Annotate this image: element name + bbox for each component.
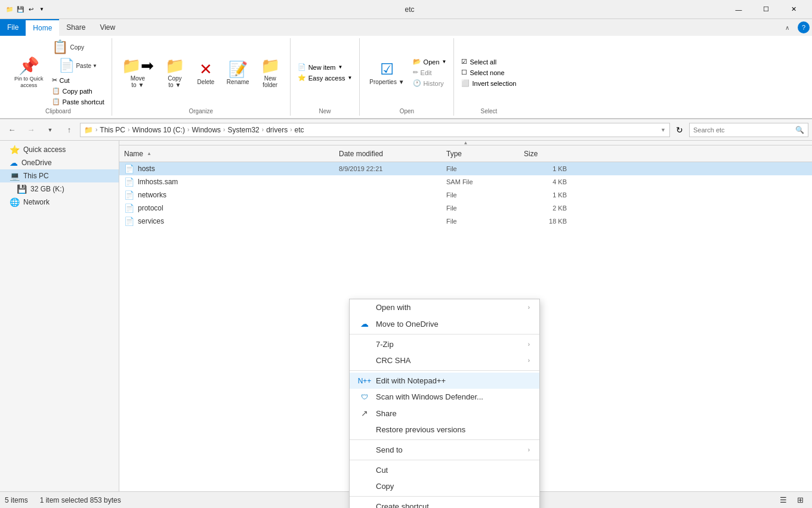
history-button[interactable]: 🕐 History xyxy=(410,78,449,88)
minimize-button[interactable]: — xyxy=(725,0,752,19)
tab-home[interactable]: Home xyxy=(26,19,59,36)
easy-access-button[interactable]: ⭐ Easy access ▼ xyxy=(295,73,355,83)
easy-access-arrow: ▼ xyxy=(347,75,352,80)
breadcrumb-dropdown-icon[interactable]: ▼ xyxy=(660,127,666,133)
select-items: ☑ Select all ☐ Select none ⬜ Invert sele… xyxy=(459,38,518,107)
breadcrumb-system32[interactable]: System32 xyxy=(227,126,259,134)
cm-open-with[interactable]: Open with › xyxy=(350,299,539,315)
breadcrumb-windows[interactable]: Windows xyxy=(192,126,221,134)
cm-sep-5 xyxy=(350,496,539,497)
undo-icon: ↩ xyxy=(26,5,36,14)
select-none-button[interactable]: ☐ Select none xyxy=(459,67,518,78)
clipboard-group: 📌 Pin to Quickaccess 📋 Copy 📄 Paste ▼ xyxy=(5,38,112,116)
details-view-button[interactable]: ☰ xyxy=(776,493,791,507)
tab-file[interactable]: File xyxy=(0,19,26,36)
col-header-date[interactable]: Date modified xyxy=(339,150,446,158)
cm-crc-sha[interactable]: CRC SHA › xyxy=(350,352,539,368)
edit-button[interactable]: ✏ Edit xyxy=(410,67,449,78)
navigation-bar: ← → ▼ ↑ 📁 › This PC › Windows 10 (C:) › … xyxy=(0,119,812,141)
breadcrumb-drive[interactable]: Windows 10 (C:) xyxy=(132,126,185,134)
properties-button[interactable]: ☑ Properties ▼ xyxy=(365,58,409,88)
close-button[interactable]: ✕ xyxy=(780,0,807,19)
sidebar-item-onedrive[interactable]: ☁ OneDrive xyxy=(0,156,119,169)
help-button[interactable]: ? xyxy=(798,21,810,33)
address-bar[interactable]: 📁 › This PC › Windows 10 (C:) › Windows … xyxy=(80,123,670,137)
copy-path-button[interactable]: 📋 Copy path xyxy=(50,86,107,96)
open-button[interactable]: 📂 Open ▼ xyxy=(410,57,449,67)
file-row-networks[interactable]: 📄 networks File 1 KB xyxy=(119,188,812,202)
forward-button[interactable]: → xyxy=(23,122,39,138)
file-row-lmhosts[interactable]: 📄 lmhosts.sam SAM File 4 KB xyxy=(119,175,812,188)
col-header-name[interactable]: Name ▲ xyxy=(124,150,339,158)
drive-label: 32 GB (K:) xyxy=(30,185,64,193)
sidebar-item-this-pc[interactable]: 💻 This PC xyxy=(0,169,119,182)
file-row-services[interactable]: 📄 services File 18 KB xyxy=(119,215,812,228)
cm-send-to[interactable]: Send to › xyxy=(350,442,539,458)
back-button[interactable]: ← xyxy=(4,122,20,138)
paste-shortcut-button[interactable]: 📋 Paste shortcut xyxy=(50,97,107,107)
cm-7zip[interactable]: 7-Zip › xyxy=(350,336,539,352)
new-folder-button[interactable]: 📁 Newfolder xyxy=(255,54,285,91)
cm-restore-versions[interactable]: Restore previous versions xyxy=(350,422,539,438)
move-to-button[interactable]: 📁➡ Moveto ▼ xyxy=(117,54,159,91)
col-header-size[interactable]: Size xyxy=(524,150,572,158)
pin-to-quick-access-button[interactable]: 📌 Pin to Quickaccess xyxy=(10,54,48,91)
selected-info: 1 item selected 853 bytes xyxy=(40,496,121,504)
sidebar-item-quick-access[interactable]: ⭐ Quick access xyxy=(0,143,119,156)
large-icons-button[interactable]: ⊞ xyxy=(793,493,807,507)
easy-access-icon: ⭐ xyxy=(298,74,306,82)
clipboard-label: Clipboard xyxy=(45,107,71,116)
delete-button[interactable]: ✕ Delete xyxy=(191,58,221,88)
file-row-protocol[interactable]: 📄 protocol File 2 KB xyxy=(119,202,812,215)
paste-arrow[interactable]: ▼ xyxy=(92,63,97,69)
cm-edit-notepad[interactable]: N++ Edit with Notepad++ xyxy=(350,373,539,389)
rename-button[interactable]: 📝 Rename xyxy=(222,58,254,88)
cut-button[interactable]: ✂ Cut xyxy=(50,75,107,85)
maximize-button[interactable]: ☐ xyxy=(752,0,780,19)
rename-label: Rename xyxy=(227,79,249,85)
organize-label: Organize xyxy=(189,107,213,116)
copy-to-button[interactable]: 📁 Copyto ▼ xyxy=(160,54,190,91)
cm-move-to-onedrive[interactable]: ☁ Move to OneDrive xyxy=(350,315,539,332)
lmhosts-name: lmhosts.sam xyxy=(138,178,178,186)
file-row-hosts[interactable]: 📄 hosts 8/9/2019 22:21 File 1 KB xyxy=(119,162,812,175)
breadcrumb-drivers[interactable]: drivers xyxy=(266,126,288,134)
window-title: etc xyxy=(47,5,725,14)
organize-items: 📁➡ Moveto ▼ 📁 Copyto ▼ ✕ Delete 📝 Rename… xyxy=(117,38,285,107)
quick-access-icon: ⭐ xyxy=(10,145,20,154)
new-item-button[interactable]: 📄 New item ▼ xyxy=(295,62,355,72)
dropdown-arrow-icon[interactable]: ▼ xyxy=(37,5,47,14)
invert-icon: ⬜ xyxy=(461,79,470,87)
col-header-type[interactable]: Type xyxy=(446,150,524,158)
ribbon-collapse-button[interactable]: ∧ xyxy=(779,19,795,36)
copy-button[interactable]: 📋 Copy xyxy=(50,38,107,56)
invert-selection-button[interactable]: ⬜ Invert selection xyxy=(459,78,518,88)
breadcrumb-thispc[interactable]: This PC xyxy=(100,126,125,134)
cm-create-shortcut[interactable]: Create shortcut xyxy=(350,498,539,508)
edit-label: Edit xyxy=(421,69,432,76)
cm-share[interactable]: ↗ Share xyxy=(350,405,539,422)
items-count: 5 items xyxy=(5,496,28,504)
clipboard-items: 📌 Pin to Quickaccess 📋 Copy 📄 Paste ▼ xyxy=(10,38,107,107)
file-icon-lmhosts: 📄 xyxy=(124,177,134,187)
cm-cut[interactable]: Cut xyxy=(350,462,539,478)
cm-sep-4 xyxy=(350,460,539,460)
cm-shield-icon: 🛡 xyxy=(359,393,370,401)
sidebar-item-32gb[interactable]: 💾 32 GB (K:) xyxy=(0,182,119,196)
cm-copy[interactable]: Copy xyxy=(350,478,539,494)
sidebar-item-network[interactable]: 🌐 Network xyxy=(0,196,119,209)
tab-view[interactable]: View xyxy=(92,19,122,36)
file-type-services: File xyxy=(446,218,524,225)
col-size-label: Size xyxy=(524,150,538,158)
drive-icon: 💾 xyxy=(17,184,27,194)
cm-scan-defender[interactable]: 🛡 Scan with Windows Defender... xyxy=(350,389,539,405)
up-button[interactable]: ↑ xyxy=(61,122,78,138)
search-box[interactable]: 🔍 xyxy=(689,123,808,137)
paste-button[interactable]: 📄 Paste ▼ xyxy=(50,57,107,75)
refresh-button[interactable]: ↻ xyxy=(672,123,687,137)
recent-locations-button[interactable]: ▼ xyxy=(42,122,58,138)
tab-share[interactable]: Share xyxy=(59,19,92,36)
delete-label: Delete xyxy=(197,79,214,85)
search-input[interactable] xyxy=(693,126,793,134)
select-all-button[interactable]: ☑ Select all xyxy=(459,57,518,67)
